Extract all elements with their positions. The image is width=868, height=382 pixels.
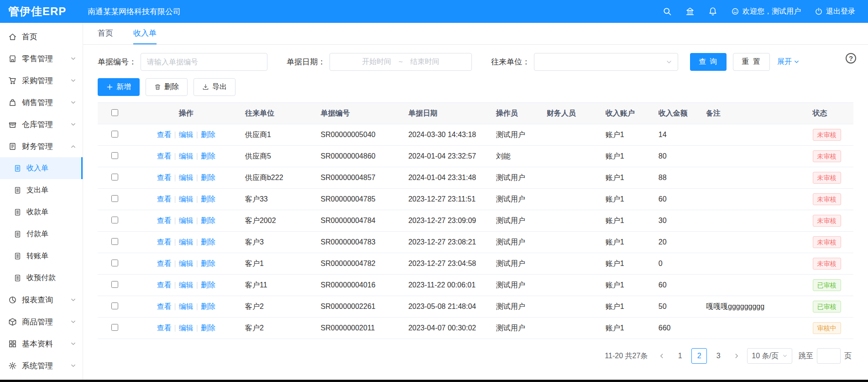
sidebar-item-label: 收预付款 [26,273,76,283]
sidebar-item-goods[interactable]: 商品管理 [0,311,83,333]
sidebar-item-sales[interactable]: 销售管理 [0,91,83,113]
export-button[interactable]: 导出 [193,78,235,96]
search-button[interactable]: 查 询 [690,53,727,71]
edit-link[interactable]: 编辑 [176,131,196,138]
sidebar-item-home[interactable]: 首页 [0,26,83,48]
row-checkbox[interactable] [111,217,118,223]
row-checkbox[interactable] [111,131,118,138]
view-link[interactable]: 查看 [154,152,174,160]
view-link[interactable]: 查看 [154,324,174,332]
sidebar-item-payment-bill[interactable]: 付款单 [0,223,83,245]
delete-link[interactable]: 删除 [198,152,218,160]
view-link[interactable]: 查看 [154,281,174,289]
bell-icon[interactable] [708,7,717,16]
account-cell: 账户1 [601,275,654,296]
edit-link[interactable]: 编辑 [176,281,196,289]
view-link[interactable]: 查看 [154,302,174,310]
sidebar-item-label: 采购管理 [22,75,70,86]
sidebar-item-expense-bill[interactable]: 支出单 [0,179,83,201]
page-size-select[interactable]: 10 条/页 [747,348,792,364]
delete-link[interactable]: 删除 [198,238,218,246]
partner-select[interactable] [534,53,678,71]
chevron-down-icon [782,353,788,359]
reset-button[interactable]: 重 置 [733,53,769,71]
sidebar-item-purchase[interactable]: 采购管理 [0,69,83,91]
prev-page-button[interactable] [655,348,669,364]
delete-link[interactable]: 删除 [198,302,218,310]
expand-link[interactable]: 展开 [777,57,800,67]
delete-link[interactable]: 删除 [198,324,218,332]
sidebar-item-system[interactable]: 系统管理 [0,355,83,377]
delete-button[interactable]: 删除 [146,78,188,96]
bag-icon [8,98,17,107]
edit-link[interactable]: 编辑 [176,238,196,246]
row-checkbox[interactable] [111,302,118,309]
document-icon [14,186,21,194]
tab-home[interactable]: 首页 [98,23,113,44]
edit-link[interactable]: 编辑 [176,195,196,203]
sidebar-item-advance-bill[interactable]: 收预付款 [0,267,83,289]
row-checkbox[interactable] [111,174,118,180]
remark-cell [701,167,808,189]
bill-no-input[interactable] [141,53,267,71]
view-link[interactable]: 查看 [154,174,174,181]
view-link[interactable]: 查看 [154,131,174,138]
sidebar-item-retail[interactable]: 零售管理 [0,48,83,69]
partner-cell: 客户2 [241,296,316,318]
view-link[interactable]: 查看 [154,260,174,267]
edit-link[interactable]: 编辑 [176,174,196,181]
help-icon[interactable]: ? [846,53,856,64]
edit-link[interactable]: 编辑 [176,260,196,267]
delete-link[interactable]: 删除 [198,260,218,267]
jump-page-input[interactable] [817,348,841,364]
status-badge: 未审核 [813,150,841,162]
pie-chart-icon [8,296,17,304]
row-checkbox[interactable] [111,324,118,331]
logout-button[interactable]: 退出登录 [815,7,855,16]
status-cell: 未审核 [808,253,853,275]
delete-link[interactable]: 删除 [198,281,218,289]
page-1-button[interactable]: 1 [672,348,688,364]
sidebar-item-base-data[interactable]: 基本资料 [0,333,83,355]
bank-icon[interactable] [685,7,695,16]
edit-link[interactable]: 编辑 [176,302,196,310]
col-operator: 操作员 [492,103,542,124]
page-2-button[interactable]: 2 [691,348,707,364]
view-link[interactable]: 查看 [154,217,174,224]
tab-income-bill[interactable]: 收入单 [133,23,157,44]
operator-cell: 测试用户 [492,124,542,146]
date-range-picker[interactable]: 开始时间 ~ 结束时间 [329,53,472,71]
view-link[interactable]: 查看 [154,238,174,246]
row-checkbox[interactable] [111,260,118,266]
delete-link[interactable]: 删除 [198,217,218,224]
edit-link[interactable]: 编辑 [176,217,196,224]
amount-cell: 60 [654,275,701,296]
delete-link[interactable]: 删除 [198,174,218,181]
sidebar-item-transfer-bill[interactable]: 转账单 [0,245,83,267]
row-checkbox[interactable] [111,281,118,288]
document-icon [14,164,21,172]
edit-link[interactable]: 编辑 [176,324,196,332]
delete-link[interactable]: 删除 [198,131,218,138]
next-page-button[interactable] [730,348,743,364]
add-button[interactable]: 新增 [98,78,140,96]
edit-link[interactable]: 编辑 [176,152,196,160]
row-checkbox[interactable] [111,195,118,202]
page-3-button[interactable]: 3 [711,348,726,364]
download-icon [202,84,209,90]
view-link[interactable]: 查看 [154,195,174,203]
sidebar-item-finance[interactable]: 财务管理 [0,135,83,157]
row-checkbox[interactable] [111,238,118,245]
search-icon[interactable] [663,7,672,16]
sidebar-item-reports[interactable]: 报表查询 [0,289,83,311]
delete-link[interactable]: 删除 [198,195,218,203]
select-all-checkbox[interactable] [111,109,118,116]
bill-no-cell: SR00000002261 [316,296,404,318]
account-cell: 账户1 [601,318,654,339]
sidebar-item-warehouse[interactable]: 仓库管理 [0,113,83,135]
sidebar-item-receipt-bill[interactable]: 收款单 [0,201,83,223]
row-checkbox[interactable] [111,152,118,159]
partner-cell: 客户2002 [241,210,316,232]
user-menu[interactable]: 欢迎您，测试用户 [731,7,801,16]
sidebar-item-income-bill[interactable]: 收入单 [0,157,83,179]
